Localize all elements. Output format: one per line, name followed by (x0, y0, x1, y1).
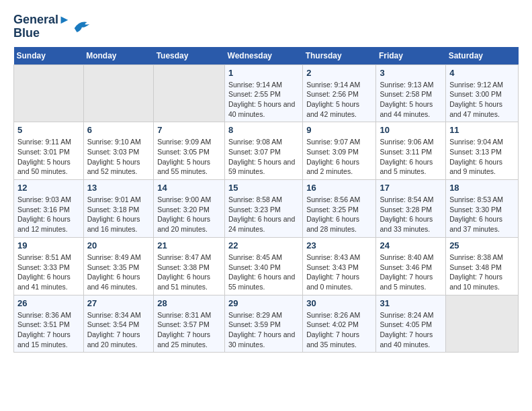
day-number: 2 (306, 68, 372, 78)
calendar-cell (14, 64, 84, 122)
calendar-cell: 22Sunrise: 8:45 AMSunset: 3:40 PMDayligh… (225, 237, 303, 295)
calendar-cell: 31Sunrise: 8:24 AMSunset: 4:05 PMDayligh… (376, 295, 446, 353)
day-info: Sunrise: 8:36 AMSunset: 3:51 PMDaylight:… (17, 310, 80, 350)
day-number: 20 (87, 240, 150, 250)
day-info: Sunrise: 9:01 AMSunset: 3:18 PMDaylight:… (87, 195, 150, 234)
calendar-cell: 19Sunrise: 8:51 AMSunset: 3:33 PMDayligh… (14, 237, 84, 295)
week-row-4: 19Sunrise: 8:51 AMSunset: 3:33 PMDayligh… (14, 237, 519, 295)
calendar-cell: 13Sunrise: 9:01 AMSunset: 3:18 PMDayligh… (83, 180, 154, 238)
weekday-header-row: SundayMondayTuesdayWednesdayThursdayFrid… (14, 47, 519, 65)
day-number: 23 (306, 240, 372, 250)
page-header: General►Blue (13, 13, 519, 40)
day-number: 15 (228, 183, 299, 193)
day-info: Sunrise: 8:54 AMSunset: 3:28 PMDaylight:… (380, 195, 442, 234)
day-number: 21 (157, 240, 221, 250)
day-info: Sunrise: 9:03 AMSunset: 3:16 PMDaylight:… (17, 195, 80, 234)
day-number: 5 (17, 125, 80, 135)
day-number: 16 (306, 183, 372, 193)
day-number: 6 (87, 125, 150, 135)
day-number: 18 (449, 183, 515, 193)
day-number: 14 (157, 183, 221, 193)
day-number: 17 (380, 183, 442, 193)
calendar-cell: 27Sunrise: 8:34 AMSunset: 3:54 PMDayligh… (83, 295, 154, 353)
day-info: Sunrise: 8:51 AMSunset: 3:33 PMDaylight:… (17, 253, 80, 292)
calendar-header: SundayMondayTuesdayWednesdayThursdayFrid… (14, 47, 519, 65)
weekday-header-thursday: Thursday (303, 47, 376, 65)
day-info: Sunrise: 9:06 AMSunset: 3:11 PMDaylight:… (380, 137, 442, 177)
calendar-cell: 29Sunrise: 8:29 AMSunset: 3:59 PMDayligh… (225, 295, 303, 353)
day-info: Sunrise: 9:13 AMSunset: 2:58 PMDaylight:… (380, 80, 442, 120)
week-row-3: 12Sunrise: 9:03 AMSunset: 3:16 PMDayligh… (14, 180, 519, 238)
calendar-cell: 12Sunrise: 9:03 AMSunset: 3:16 PMDayligh… (14, 180, 84, 238)
day-number: 12 (17, 183, 80, 193)
calendar-cell: 3Sunrise: 9:13 AMSunset: 2:58 PMDaylight… (376, 64, 446, 122)
day-number: 28 (157, 298, 221, 308)
calendar-cell: 7Sunrise: 9:09 AMSunset: 3:05 PMDaylight… (154, 122, 225, 180)
calendar-cell: 2Sunrise: 9:14 AMSunset: 2:56 PMDaylight… (303, 64, 376, 122)
day-info: Sunrise: 9:08 AMSunset: 3:07 PMDaylight:… (228, 137, 299, 177)
day-info: Sunrise: 8:49 AMSunset: 3:35 PMDaylight:… (87, 253, 150, 292)
weekday-header-saturday: Saturday (446, 47, 519, 65)
calendar-cell: 5Sunrise: 9:11 AMSunset: 3:01 PMDaylight… (14, 122, 84, 180)
weekday-header-tuesday: Tuesday (154, 47, 225, 65)
logo-text: General►Blue (13, 13, 71, 40)
week-row-1: 1Sunrise: 9:14 AMSunset: 2:55 PMDaylight… (14, 64, 519, 122)
day-number: 25 (449, 240, 515, 250)
day-info: Sunrise: 9:14 AMSunset: 2:55 PMDaylight:… (228, 80, 299, 120)
calendar-cell: 30Sunrise: 8:26 AMSunset: 4:02 PMDayligh… (303, 295, 376, 353)
day-number: 4 (449, 68, 515, 78)
calendar-cell: 9Sunrise: 9:07 AMSunset: 3:09 PMDaylight… (303, 122, 376, 180)
day-info: Sunrise: 9:09 AMSunset: 3:05 PMDaylight:… (157, 137, 221, 177)
day-info: Sunrise: 8:40 AMSunset: 3:46 PMDaylight:… (380, 253, 442, 292)
day-info: Sunrise: 9:11 AMSunset: 3:01 PMDaylight:… (17, 137, 80, 177)
day-info: Sunrise: 8:45 AMSunset: 3:40 PMDaylight:… (228, 253, 299, 292)
calendar-cell: 28Sunrise: 8:31 AMSunset: 3:57 PMDayligh… (154, 295, 225, 353)
day-info: Sunrise: 8:56 AMSunset: 3:25 PMDaylight:… (306, 195, 372, 234)
week-row-2: 5Sunrise: 9:11 AMSunset: 3:01 PMDaylight… (14, 122, 519, 180)
day-info: Sunrise: 8:31 AMSunset: 3:57 PMDaylight:… (157, 310, 221, 350)
day-number: 1 (228, 68, 299, 78)
weekday-header-friday: Friday (376, 47, 446, 65)
day-info: Sunrise: 8:29 AMSunset: 3:59 PMDaylight:… (228, 310, 299, 350)
day-number: 3 (380, 68, 442, 78)
day-info: Sunrise: 8:26 AMSunset: 4:02 PMDaylight:… (306, 310, 372, 350)
day-number: 24 (380, 240, 442, 250)
day-number: 9 (306, 125, 372, 135)
day-number: 22 (228, 240, 299, 250)
day-info: Sunrise: 8:34 AMSunset: 3:54 PMDaylight:… (87, 310, 150, 350)
calendar-cell: 6Sunrise: 9:10 AMSunset: 3:03 PMDaylight… (83, 122, 154, 180)
day-info: Sunrise: 8:58 AMSunset: 3:23 PMDaylight:… (228, 195, 299, 234)
day-info: Sunrise: 9:14 AMSunset: 2:56 PMDaylight:… (306, 80, 372, 120)
day-info: Sunrise: 8:24 AMSunset: 4:05 PMDaylight:… (380, 310, 442, 350)
day-info: Sunrise: 9:10 AMSunset: 3:03 PMDaylight:… (87, 137, 150, 177)
weekday-header-monday: Monday (83, 47, 154, 65)
calendar-cell: 24Sunrise: 8:40 AMSunset: 3:46 PMDayligh… (376, 237, 446, 295)
day-number: 26 (17, 298, 80, 308)
day-info: Sunrise: 8:53 AMSunset: 3:30 PMDaylight:… (449, 195, 515, 234)
day-number: 10 (380, 125, 442, 135)
calendar-cell: 14Sunrise: 9:00 AMSunset: 3:20 PMDayligh… (154, 180, 225, 238)
week-row-5: 26Sunrise: 8:36 AMSunset: 3:51 PMDayligh… (14, 295, 519, 353)
day-number: 30 (306, 298, 372, 308)
day-number: 27 (87, 298, 150, 308)
day-info: Sunrise: 9:04 AMSunset: 3:13 PMDaylight:… (449, 137, 515, 177)
calendar-cell: 18Sunrise: 8:53 AMSunset: 3:30 PMDayligh… (446, 180, 519, 238)
calendar-cell: 25Sunrise: 8:38 AMSunset: 3:48 PMDayligh… (446, 237, 519, 295)
calendar-cell: 23Sunrise: 8:43 AMSunset: 3:43 PMDayligh… (303, 237, 376, 295)
day-info: Sunrise: 9:00 AMSunset: 3:20 PMDaylight:… (157, 195, 221, 234)
calendar-cell: 11Sunrise: 9:04 AMSunset: 3:13 PMDayligh… (446, 122, 519, 180)
calendar-cell (154, 64, 225, 122)
day-number: 29 (228, 298, 299, 308)
calendar-cell: 4Sunrise: 9:12 AMSunset: 3:00 PMDaylight… (446, 64, 519, 122)
calendar-cell: 21Sunrise: 8:47 AMSunset: 3:38 PMDayligh… (154, 237, 225, 295)
day-number: 19 (17, 240, 80, 250)
calendar-cell: 15Sunrise: 8:58 AMSunset: 3:23 PMDayligh… (225, 180, 303, 238)
calendar-cell: 8Sunrise: 9:08 AMSunset: 3:07 PMDaylight… (225, 122, 303, 180)
calendar-cell (83, 64, 154, 122)
calendar-cell: 20Sunrise: 8:49 AMSunset: 3:35 PMDayligh… (83, 237, 154, 295)
calendar-cell (446, 295, 519, 353)
weekday-header-sunday: Sunday (14, 47, 84, 65)
logo-bird-icon (72, 17, 92, 36)
calendar-table: SundayMondayTuesdayWednesdayThursdayFrid… (13, 47, 519, 353)
day-info: Sunrise: 9:12 AMSunset: 3:00 PMDaylight:… (449, 80, 515, 120)
